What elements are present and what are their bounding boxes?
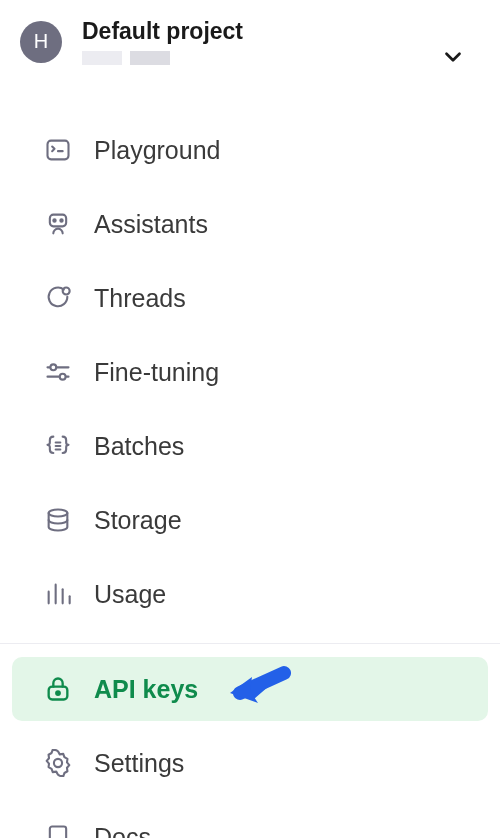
- avatar-initial: H: [34, 30, 48, 53]
- svg-point-9: [60, 374, 66, 380]
- chat-icon: [42, 282, 74, 314]
- sidebar-item-label: Settings: [94, 749, 184, 778]
- sidebar-item-playground[interactable]: Playground: [12, 118, 488, 182]
- sidebar-item-settings[interactable]: Settings: [12, 731, 488, 795]
- svg-point-17: [54, 759, 62, 767]
- sidebar-item-storage[interactable]: Storage: [12, 488, 488, 552]
- sidebar-item-api-keys[interactable]: API keys: [12, 657, 488, 721]
- svg-point-3: [53, 219, 55, 221]
- svg-point-4: [60, 219, 62, 221]
- svg-rect-0: [48, 141, 69, 160]
- sliders-icon: [42, 356, 74, 388]
- project-subtitle: [82, 51, 243, 65]
- sidebar-item-batches[interactable]: Batches: [12, 414, 488, 478]
- bar-chart-icon: [42, 578, 74, 610]
- pointer-arrow-icon: [222, 663, 292, 715]
- svg-point-7: [50, 364, 56, 370]
- braces-icon: [42, 430, 74, 462]
- sidebar-item-label: Docs: [94, 823, 151, 839]
- avatar: H: [20, 21, 62, 63]
- sidebar-item-label: Assistants: [94, 210, 208, 239]
- sidebar-item-fine-tuning[interactable]: Fine-tuning: [12, 340, 488, 404]
- project-title-block: Default project: [82, 18, 243, 65]
- sidebar-item-label: Storage: [94, 506, 182, 535]
- svg-point-15: [56, 691, 60, 695]
- svg-point-5: [63, 288, 70, 295]
- sidebar-item-usage[interactable]: Usage: [12, 562, 488, 626]
- sidebar-item-label: Batches: [94, 432, 184, 461]
- svg-marker-16: [230, 677, 258, 703]
- project-name: Default project: [82, 18, 243, 45]
- sidebar-item-docs[interactable]: Docs: [12, 805, 488, 838]
- nav-divider: [0, 643, 500, 644]
- sidebar-item-label: API keys: [94, 675, 198, 704]
- chevron-down-icon[interactable]: [440, 44, 466, 70]
- sidebar-item-label: Threads: [94, 284, 186, 313]
- sidebar-item-label: Fine-tuning: [94, 358, 219, 387]
- sidebar-item-label: Playground: [94, 136, 220, 165]
- gear-icon: [42, 747, 74, 779]
- robot-icon: [42, 208, 74, 240]
- lock-icon: [42, 673, 74, 705]
- svg-rect-18: [50, 827, 66, 839]
- database-icon: [42, 504, 74, 536]
- project-header[interactable]: H Default project: [0, 10, 500, 83]
- svg-point-13: [49, 510, 68, 517]
- sidebar-item-label: Usage: [94, 580, 166, 609]
- sidebar-item-assistants[interactable]: Assistants: [12, 192, 488, 256]
- sidebar-item-threads[interactable]: Threads: [12, 266, 488, 330]
- terminal-icon: [42, 134, 74, 166]
- sidebar-nav: Playground Assistants Threads Fine-tunin…: [0, 113, 500, 838]
- book-icon: [42, 821, 74, 838]
